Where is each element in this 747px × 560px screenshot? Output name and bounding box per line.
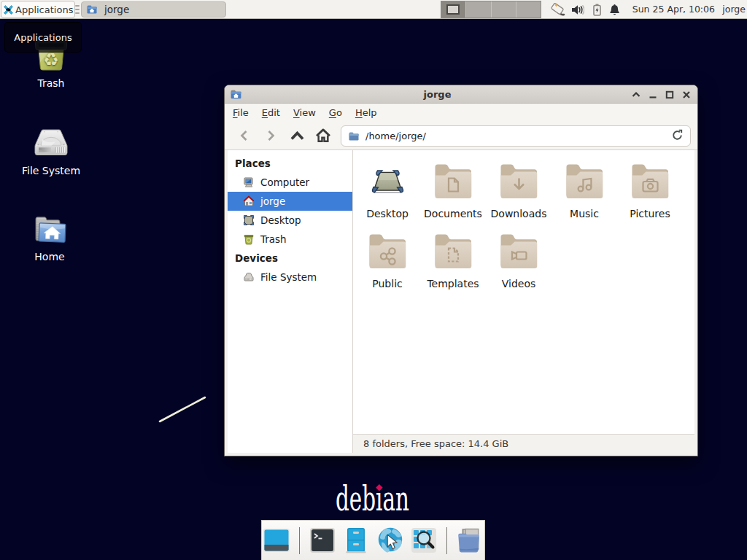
- volume-tray-icon[interactable]: [570, 3, 584, 16]
- sidebar-item-label: File System: [260, 271, 317, 283]
- home-icon: [243, 195, 255, 207]
- debian-logo: debian: [336, 481, 423, 516]
- file-desktop[interactable]: Desktop: [355, 163, 420, 233]
- directory-menu-launcher[interactable]: [455, 526, 484, 555]
- file-documents[interactable]: Documents: [420, 163, 486, 233]
- app-finder-launcher[interactable]: [409, 526, 438, 555]
- svg-text:♻: ♻: [43, 50, 59, 70]
- battery-tray-icon[interactable]: [590, 3, 603, 16]
- back-button[interactable]: [231, 124, 258, 147]
- close-button[interactable]: [678, 85, 694, 104]
- sidebar-item-label: Desktop: [260, 214, 301, 226]
- sidebar-header-devices: Devices: [228, 249, 352, 268]
- show-desktop-button[interactable]: [262, 526, 291, 555]
- minimize-button[interactable]: [645, 85, 661, 104]
- handle-dot: [75, 5, 80, 7]
- home-folder-icon: [32, 209, 67, 244]
- menu-edit[interactable]: Edit: [255, 106, 287, 120]
- file-label: Templates: [427, 278, 479, 289]
- workspace-3[interactable]: [492, 1, 516, 18]
- window-titlebar[interactable]: jorge: [225, 85, 697, 104]
- file-view: Desktop Documents: [353, 150, 694, 434]
- sidebar-item-jorge[interactable]: jorge: [228, 192, 352, 211]
- window-icon: [230, 88, 242, 104]
- reload-icon[interactable]: [671, 129, 684, 144]
- panel-username[interactable]: jorge: [722, 0, 746, 19]
- documents-folder-icon: [434, 163, 473, 202]
- window-body: Places Computer: [228, 150, 694, 453]
- file-manager-launcher[interactable]: [341, 526, 371, 555]
- pictures-folder-icon: [631, 163, 670, 202]
- window-toolbar: /home/jorge/: [225, 122, 697, 150]
- public-folder-icon: [368, 233, 407, 272]
- panel-clock[interactable]: Sun 25 Apr, 10:06: [632, 0, 715, 19]
- file-public[interactable]: Public: [355, 233, 420, 303]
- file-label: Desktop: [366, 208, 409, 219]
- panel-separator-handle: [75, 5, 80, 14]
- music-folder-icon: [565, 163, 604, 202]
- harddisk-icon: [34, 124, 69, 159]
- taskbar-window-button[interactable]: jorge: [81, 1, 226, 18]
- task-window-icon: [86, 4, 98, 15]
- trash-mini-icon: [243, 233, 255, 245]
- sidebar-item-label: jorge: [260, 195, 285, 207]
- file-label: Pictures: [630, 208, 670, 219]
- top-panel: Applications jorge: [0, 0, 747, 19]
- desktop-icon-home[interactable]: Home: [12, 209, 88, 262]
- file-downloads[interactable]: Downloads: [486, 163, 551, 233]
- drive-mini-icon: [243, 271, 255, 283]
- file-manager-window: jorge File Edit View Go Help: [224, 85, 698, 456]
- file-label: Downloads: [491, 208, 547, 219]
- forward-button[interactable]: [258, 124, 284, 147]
- window-sidebar: Places Computer: [228, 150, 353, 453]
- notifications-tray-icon[interactable]: [608, 3, 621, 16]
- sidebar-item-desktop[interactable]: Desktop: [228, 211, 352, 230]
- desktop-icon-label: Trash: [13, 77, 89, 89]
- desktop-file-icon: [368, 163, 407, 202]
- workspace-4[interactable]: [516, 1, 541, 18]
- file-pictures[interactable]: Pictures: [617, 163, 683, 233]
- menu-file[interactable]: File: [226, 106, 255, 120]
- tooltip-text: Applications: [14, 32, 71, 43]
- xfce-logo-icon: [3, 4, 14, 15]
- templates-folder-icon: [434, 233, 473, 272]
- sidebar-item-filesystem[interactable]: File System: [228, 268, 352, 287]
- handle-dot: [75, 9, 80, 10]
- terminal-launcher[interactable]: [308, 526, 337, 555]
- workspace-switcher[interactable]: [441, 1, 541, 18]
- desktop-icon-label: File System: [13, 165, 89, 176]
- desktop-icon-filesystem[interactable]: File System: [13, 124, 89, 176]
- sidebar-item-label: Computer: [260, 176, 309, 188]
- file-label: Music: [570, 208, 599, 219]
- home-button[interactable]: [310, 124, 336, 147]
- location-bar[interactable]: /home/jorge/: [341, 125, 691, 147]
- sidebar-item-label: Trash: [260, 233, 287, 245]
- maximize-button[interactable]: [662, 85, 678, 104]
- workspace-1[interactable]: [441, 1, 466, 18]
- menu-view[interactable]: View: [287, 106, 322, 120]
- file-videos[interactable]: Videos: [486, 233, 551, 303]
- sidebar-item-trash[interactable]: Trash: [228, 230, 352, 249]
- shade-button[interactable]: [628, 85, 644, 104]
- sidebar-item-computer[interactable]: Computer: [228, 173, 352, 192]
- debian-logo-text: debian: [336, 481, 409, 516]
- workspace-window-thumb: [446, 4, 460, 15]
- file-label: Videos: [502, 278, 536, 289]
- file-templates[interactable]: Templates: [420, 233, 486, 303]
- downloads-folder-icon: [500, 163, 538, 202]
- desktop-mini-icon: [243, 214, 255, 226]
- web-browser-launcher[interactable]: [376, 526, 405, 555]
- handle-dot: [75, 12, 80, 14]
- applications-menu-label: Applications: [15, 4, 73, 15]
- location-path-text[interactable]: /home/jorge/: [365, 131, 426, 141]
- workspace-2[interactable]: [466, 1, 491, 18]
- bottom-dock: [261, 520, 485, 560]
- up-button[interactable]: [284, 124, 310, 147]
- file-view-column: Desktop Documents: [353, 150, 694, 453]
- computer-icon: [243, 176, 255, 188]
- menu-help[interactable]: Help: [349, 106, 384, 120]
- file-music[interactable]: Music: [551, 163, 617, 233]
- power-plug-tray-icon[interactable]: [550, 3, 563, 16]
- applications-menu-button[interactable]: Applications: [1, 1, 75, 18]
- menu-go[interactable]: Go: [322, 106, 349, 120]
